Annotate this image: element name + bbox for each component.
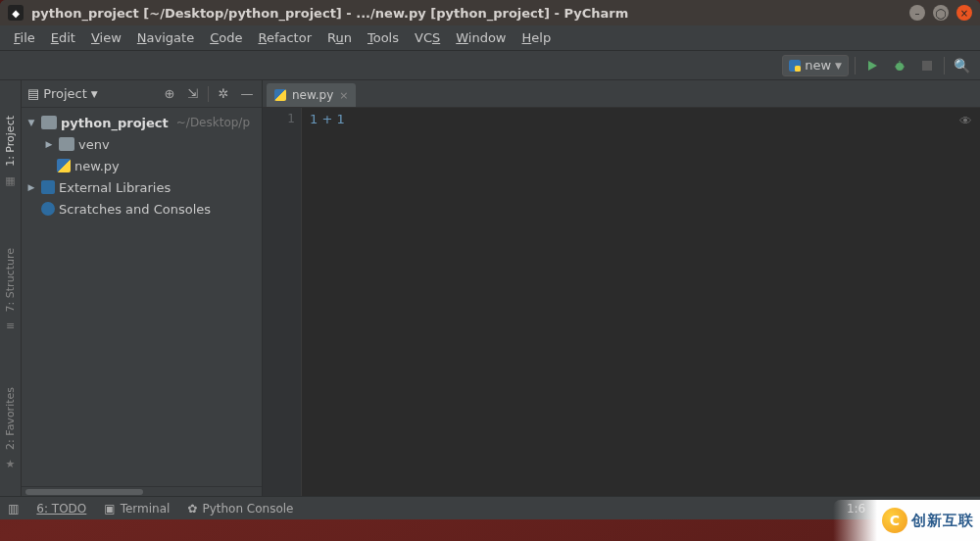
toolbar: new ▼ 🔍 [0,51,980,80]
menu-help[interactable]: Help [516,28,558,47]
project-view-icon: ▤ [27,86,39,101]
line-gutter: 1 [263,108,302,496]
structure-icon: ≡ [6,320,15,332]
maximize-button[interactable]: ◯ [933,5,949,21]
python-icon: ✿ [187,502,197,516]
window-title: python_project [~/Desktop/python_project… [31,6,909,21]
project-tree[interactable]: ▼ python_project ~/Desktop/p ▶ venv [22,108,262,486]
svg-rect-1 [795,66,801,72]
menu-file[interactable]: File [8,28,41,47]
run-config-label: new [805,58,831,73]
python-file-icon [274,89,286,101]
stop-icon [922,61,932,71]
svg-point-3 [896,63,904,71]
settings-button[interactable]: ✲ [215,85,232,103]
separator [208,86,209,102]
close-tab-button[interactable]: × [339,89,348,102]
bug-icon [893,59,906,73]
menu-edit[interactable]: Edit [45,28,81,47]
star-icon: ★ [6,458,16,470]
stop-button[interactable] [916,55,938,76]
expand-all-button[interactable]: ⇲ [184,85,202,103]
main-area: 1: Project ▦ 7: Structure ≡ 2: Favorites… [0,80,980,496]
separator [944,57,945,74]
tree-item-venv[interactable]: ▶ venv [24,133,260,155]
menu-window[interactable]: Window [450,28,512,47]
dock-tab-project[interactable]: 1: Project [4,112,17,171]
project-panel: ▤ Project ▼ ⊕ ⇲ ✲ — ▼ python_project [22,80,263,496]
dock-tab-favorites[interactable]: 2: Favorites [4,383,17,454]
chevron-down-icon: ▼ [91,89,98,99]
watermark: C 创新互联 [833,500,980,541]
editor-body[interactable]: 1 1 + 1 👁 [263,108,980,496]
menu-navigate[interactable]: Navigate [131,28,200,47]
dock-tab-structure[interactable]: 7: Structure [4,244,17,316]
play-icon [866,60,878,72]
editor-tab-newpy[interactable]: new.py × [267,83,356,107]
locate-button[interactable]: ⊕ [161,85,178,103]
horizontal-scrollbar[interactable] [22,486,262,496]
menu-tools[interactable]: Tools [362,28,405,47]
svg-rect-7 [922,61,932,71]
terminal-icon: ▣ [104,502,115,516]
python-file-icon [57,159,71,172]
menu-refactor[interactable]: Refactor [252,28,318,47]
chevron-down-icon: ▼ [835,61,842,71]
svg-marker-2 [868,61,877,71]
minimize-button[interactable]: – [909,5,925,21]
menu-code[interactable]: Code [204,28,248,47]
titlebar[interactable]: ◆ python_project [~/Desktop/python_proje… [0,0,980,25]
code-line: 1 + 1 [310,112,345,126]
hide-button[interactable]: — [238,85,256,103]
window-controls: – ◯ × [909,5,972,21]
menubar: File Edit View Navigate Code Refactor Ru… [0,25,980,51]
watermark-logo: C [882,508,907,533]
library-icon [41,180,55,194]
search-icon: 🔍 [954,58,970,74]
project-panel-header: ▤ Project ▼ ⊕ ⇲ ✲ — [22,80,262,108]
code-area[interactable]: 1 + 1 👁 [302,108,980,496]
chevron-right-icon[interactable]: ▶ [43,139,55,149]
watermark-text: 创新互联 [911,512,974,530]
editor-tabstrip: new.py × [263,80,980,108]
menu-vcs[interactable]: VCS [409,28,446,47]
project-panel-title[interactable]: ▤ Project ▼ [27,86,98,101]
bottom-tab-pyconsole[interactable]: ✿ Python Console [187,502,293,516]
tree-item-external[interactable]: ▶ External Libraries [24,176,260,198]
ide-window: ◆ python_project [~/Desktop/python_proje… [0,0,980,519]
close-button[interactable]: × [956,5,972,21]
scratches-icon [41,202,55,216]
folder-icon [41,116,57,129]
chevron-down-icon[interactable]: ▼ [25,118,37,127]
left-dock: 1: Project ▦ 7: Structure ≡ 2: Favorites… [0,80,22,496]
app-icon: ◆ [8,5,24,21]
inspections-eye-icon[interactable]: 👁 [959,114,972,128]
bottom-tab-indicator[interactable]: ▥ [8,502,19,516]
run-config-dropdown[interactable]: new ▼ [782,55,849,76]
folder-icon: ▦ [5,174,15,187]
tree-item-scratches[interactable]: Scratches and Consoles [24,198,260,220]
bottom-tab-terminal[interactable]: ▣ Terminal [104,502,170,516]
tree-item-newpy[interactable]: new.py [24,155,260,176]
debug-button[interactable] [889,55,910,76]
chevron-right-icon[interactable]: ▶ [25,182,37,192]
folder-icon [59,137,74,151]
search-everywhere-button[interactable]: 🔍 [951,55,972,76]
python-icon [789,60,801,72]
tree-root[interactable]: ▼ python_project ~/Desktop/p [24,112,260,133]
editor: new.py × 1 1 + 1 👁 [263,80,980,496]
menu-view[interactable]: View [85,28,127,47]
scrollbar-thumb[interactable] [25,489,143,495]
run-button[interactable] [861,55,883,76]
bottom-tab-todo[interactable]: 6: TODO [36,502,86,516]
separator [855,57,856,74]
menu-run[interactable]: Run [321,28,358,47]
